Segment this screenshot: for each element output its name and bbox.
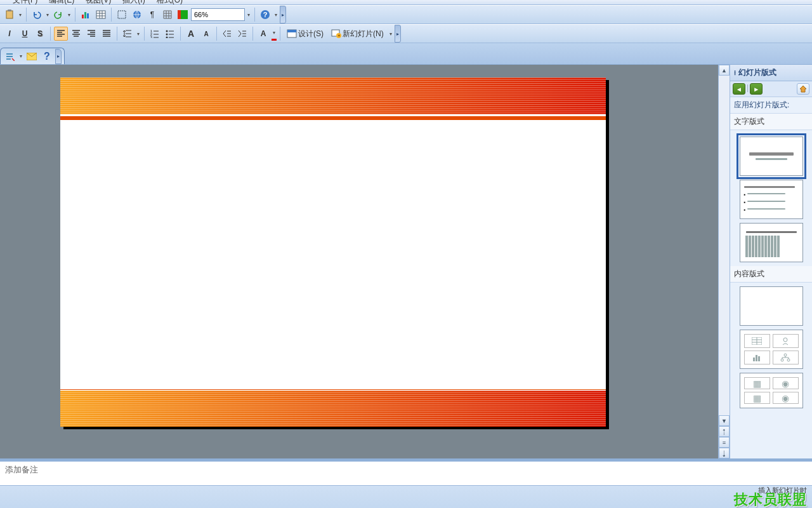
undo-dropdown[interactable]: ▾ <box>45 8 50 22</box>
svg-rect-4 <box>87 13 89 18</box>
zoom-combo[interactable] <box>191 8 245 21</box>
new-slide-button[interactable]: ✶ 新幻灯片(N) <box>328 27 387 41</box>
design-label: 设计(S) <box>298 29 324 39</box>
font-color-button[interactable]: A <box>256 27 270 41</box>
next-slide-button[interactable]: ⭭ <box>719 448 730 458</box>
align-justify-button[interactable] <box>100 27 114 41</box>
review-dropdown[interactable]: ▾ <box>18 50 23 64</box>
increase-indent-button[interactable] <box>235 27 249 41</box>
align-left-button[interactable] <box>54 27 68 41</box>
layouts-list[interactable]: ▪ ▪ ▪ 内容版式 <box>730 130 812 458</box>
new-slide-label: 新幻灯片(N) <box>343 29 384 39</box>
forward-button[interactable]: ► <box>750 83 763 95</box>
svg-point-38 <box>787 359 790 361</box>
layout-title-slide[interactable] <box>740 137 803 176</box>
undo-button[interactable] <box>30 8 44 22</box>
clipart-icon <box>773 334 799 348</box>
svg-rect-34 <box>756 355 757 361</box>
reviewing-bar-area: ▾ ? ▸ <box>0 43 812 65</box>
layout-two-column-text[interactable] <box>740 223 803 262</box>
toolbar-options-2[interactable]: ▸ <box>395 25 401 43</box>
scroll-up-button[interactable]: ▲ <box>719 65 730 76</box>
back-button[interactable]: ◄ <box>733 83 745 95</box>
color-button[interactable] <box>176 8 190 22</box>
reviewing-toolbar: ▾ ? ▸ <box>0 48 65 64</box>
svg-point-21 <box>166 37 168 39</box>
slide-editor[interactable] <box>0 65 718 458</box>
task-pane: ⁞ 幻灯片版式 ◄ | ► 应用幻灯片版式: 文字版式 ▪ ▪ ▪ <box>730 65 812 458</box>
svg-rect-10 <box>118 11 126 18</box>
svg-rect-33 <box>753 358 755 361</box>
chart-button[interactable] <box>79 8 93 22</box>
prev-slide-button[interactable]: ⭫ <box>719 426 730 437</box>
help-dropdown[interactable]: ▾ <box>273 8 278 22</box>
slide-canvas[interactable] <box>60 77 606 427</box>
help-button[interactable]: ? <box>258 8 272 22</box>
redo-dropdown[interactable]: ▾ <box>67 8 72 22</box>
status-bar: 插入新幻灯片时 技术员联盟 www.jsgho.com <box>0 485 812 508</box>
taskpane-nav: ◄ | ► <box>730 81 812 97</box>
chart-icon <box>744 351 770 364</box>
zoom-dropdown[interactable]: ▾ <box>246 8 251 22</box>
scroll-down-button[interactable]: ▼ <box>719 415 730 426</box>
toolbar-options[interactable]: ▸ <box>280 6 286 23</box>
increase-font-button[interactable]: A <box>184 27 198 41</box>
shadow-button[interactable]: S <box>33 27 47 41</box>
svg-text:?: ? <box>263 11 268 18</box>
italic-button[interactable]: I <box>3 27 16 41</box>
scroll-track[interactable] <box>719 76 730 415</box>
line-spacing-button[interactable] <box>121 27 134 41</box>
hyperlink-button[interactable] <box>130 8 144 22</box>
tables-borders-button[interactable] <box>115 8 129 22</box>
svg-rect-3 <box>84 12 86 18</box>
layout-blank[interactable] <box>740 286 803 326</box>
underline-button[interactable]: U <box>18 27 32 41</box>
svg-rect-35 <box>758 356 760 361</box>
layout-four-content[interactable]: ▦◉ ▦◉ <box>740 373 803 408</box>
paste-button[interactable] <box>3 8 16 22</box>
taskpane-title-bar[interactable]: ⁞ 幻灯片版式 <box>730 65 812 81</box>
svg-rect-1 <box>8 10 11 11</box>
svg-text:3: 3 <box>150 36 152 38</box>
decrease-font-button[interactable]: A <box>199 27 213 41</box>
font-color-dropdown[interactable]: ▾ <box>272 27 277 41</box>
layout-bulleted-list[interactable]: ▪ ▪ ▪ <box>740 180 803 219</box>
review-pane-button[interactable] <box>3 50 17 64</box>
review-toolbar-options[interactable]: ▸ <box>55 49 62 64</box>
design-icon <box>287 29 297 38</box>
menu-item[interactable]: 插入(I) <box>122 0 145 5</box>
new-slide-dropdown[interactable]: ▾ <box>388 27 393 41</box>
design-button[interactable]: 设计(S) <box>284 27 327 41</box>
slide-browse-button[interactable]: ≡ <box>719 437 730 448</box>
table-button[interactable] <box>94 8 108 22</box>
menu-item[interactable]: 视图(V) <box>86 0 111 5</box>
notes-pane[interactable]: 添加备注 <box>0 461 812 485</box>
text-layouts-header: 文字版式 <box>730 114 812 130</box>
help-button-2[interactable]: ? <box>40 50 54 64</box>
decrease-indent-button[interactable] <box>220 27 234 41</box>
redo-button[interactable] <box>51 8 65 22</box>
menu-item[interactable]: 格式(O) <box>157 0 183 5</box>
svg-rect-0 <box>6 11 13 18</box>
align-right-button[interactable] <box>84 27 98 41</box>
vertical-scrollbar[interactable]: ▲ ▼ ⭫ ≡ ⭭ <box>718 65 730 458</box>
orgchart-icon <box>773 351 799 364</box>
menu-item[interactable]: 文件(F) <box>13 0 37 5</box>
layout-content[interactable] <box>740 330 803 369</box>
standard-toolbar: ▾ ▾ ▾ ¶ ▾ ? ▾ ▸ <box>0 5 812 24</box>
mail-recipient-button[interactable] <box>25 50 39 64</box>
svg-point-20 <box>166 34 168 36</box>
table-icon <box>744 334 770 348</box>
paste-dropdown[interactable]: ▾ <box>18 8 23 22</box>
svg-point-19 <box>166 30 168 32</box>
numbered-list-button[interactable]: 123 <box>148 27 162 41</box>
svg-point-37 <box>781 359 783 361</box>
show-grid-button[interactable] <box>160 8 174 22</box>
line-spacing-dropdown[interactable]: ▾ <box>136 27 141 41</box>
bullet-list-button[interactable] <box>163 27 177 41</box>
menu-item[interactable]: 编辑(E) <box>49 0 74 5</box>
svg-point-36 <box>784 354 787 356</box>
home-button[interactable] <box>797 83 809 95</box>
show-formatting-button[interactable]: ¶ <box>145 8 159 22</box>
align-center-button[interactable] <box>69 27 83 41</box>
